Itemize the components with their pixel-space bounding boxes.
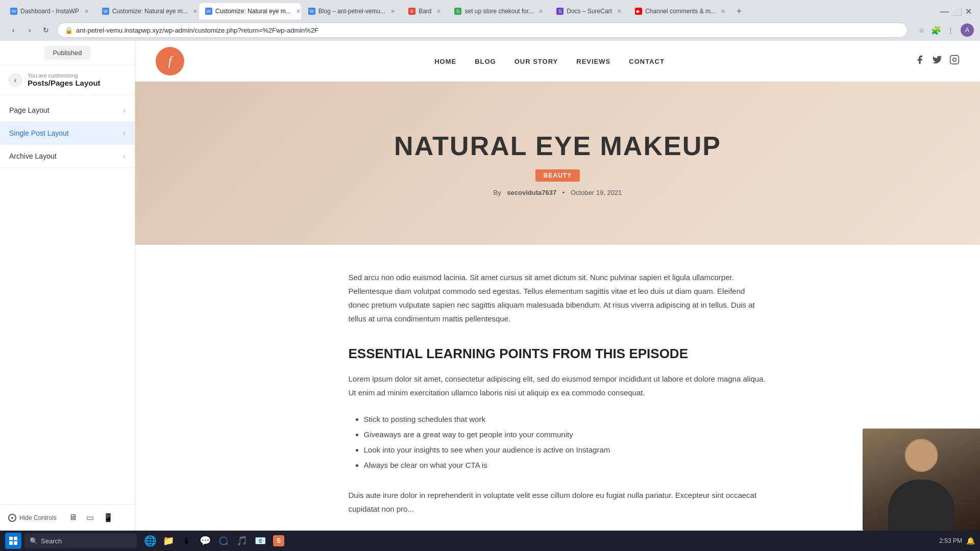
extensions-icon[interactable]: 🧩: [930, 24, 942, 36]
facebook-icon[interactable]: [915, 55, 925, 67]
search-icon: 🔍: [30, 537, 38, 545]
tab-close-icon[interactable]: ✕: [538, 8, 543, 15]
hero-badge: BEAUTY: [535, 169, 580, 182]
tab-youtube[interactable]: ▶ Channel comments & m... ✕: [629, 3, 731, 19]
hide-icon: ●: [8, 514, 16, 522]
nav-item-blog[interactable]: BLOG: [475, 57, 496, 66]
profile-avatar[interactable]: A: [961, 23, 974, 37]
main-layout: Published ‹ You are customizing Posts/Pa…: [0, 41, 980, 531]
taskbar-app-edge[interactable]: [215, 533, 232, 549]
post-section-text: Lorem ipsum dolor sit amet, consectetur …: [349, 372, 767, 399]
chevron-right-icon: ›: [123, 129, 126, 137]
tab-close-icon[interactable]: ✕: [296, 8, 301, 15]
bookmark-icon[interactable]: ☆: [916, 24, 928, 36]
post-bullet-list: Stick to posting schedules that work Giv…: [349, 412, 767, 473]
tab-close-icon[interactable]: ✕: [390, 8, 395, 15]
tab-checkout[interactable]: G set up store chekout for... ✕: [448, 3, 549, 19]
video-overlay: [863, 429, 980, 531]
taskbar-app-surefire[interactable]: S: [271, 533, 287, 549]
nav-item-our-story[interactable]: OUR STORY: [514, 57, 558, 66]
wordpress-customizer-sidebar: Published ‹ You are customizing Posts/Pa…: [0, 41, 135, 531]
svg-rect-0: [950, 56, 959, 64]
hero-section: NATURAL EYE MAKEUP BEAUTY By secoviduta7…: [135, 82, 980, 245]
taskbar-app-email[interactable]: 📧: [252, 533, 268, 549]
sidebar-back-button[interactable]: ‹: [8, 73, 22, 87]
site-logo: f: [156, 47, 184, 76]
taskbar-search-bar[interactable]: 🔍 Search: [24, 533, 137, 548]
taskbar: 🔍 Search 🌐 📁 🌡 💬 🎵 📧 S 2:53 PM 🔔: [0, 531, 980, 551]
tablet-view-button[interactable]: ▭: [84, 511, 96, 524]
taskbar-right: 2:53 PM 🔔: [939, 537, 975, 545]
forward-button[interactable]: ›: [22, 23, 37, 37]
social-icons: [915, 55, 960, 67]
desktop-view-button[interactable]: 🖥: [67, 511, 79, 524]
browser-chrome: W Dashboard - InstaWP ✕ W Customize: Nat…: [0, 0, 980, 41]
hide-controls-button[interactable]: ● Hide Controls: [8, 514, 57, 522]
new-tab-button[interactable]: +: [732, 4, 746, 18]
tab-surecart[interactable]: S Docs – SureCart ✕: [550, 3, 628, 19]
browser-actions: ☆ 🧩 ⋮: [916, 24, 957, 36]
settings-icon[interactable]: ⋮: [944, 24, 957, 36]
minimize-button[interactable]: —: [940, 6, 949, 17]
back-button[interactable]: ‹: [6, 23, 20, 37]
maximize-button[interactable]: ⬜: [952, 7, 962, 16]
close-button[interactable]: ✕: [965, 7, 972, 16]
search-label: Search: [41, 537, 62, 545]
sidebar-top-bar: Published: [0, 41, 135, 65]
sidebar-title-group: You are customizing Posts/Pages Layout: [28, 72, 101, 87]
sidebar-item-archive-layout[interactable]: Archive Layout ›: [0, 145, 135, 168]
taskbar-time: 2:53 PM: [939, 537, 962, 544]
url-bar[interactable]: 🔒 ant-petrel-vemu.instapwp.xyz/wp-admin/…: [57, 22, 908, 38]
list-item: Always be clear on what your CTA is: [364, 458, 767, 473]
mobile-view-button[interactable]: 📱: [101, 511, 115, 524]
video-person: [863, 429, 980, 531]
taskbar-apps: 🌐 📁 🌡 💬 🎵 📧 S: [142, 533, 287, 549]
tab-blog[interactable]: W Blog – ant-petrel-vemu... ✕: [302, 3, 401, 19]
nav-item-home[interactable]: HOME: [434, 57, 456, 66]
list-item: Stick to posting schedules that work: [364, 412, 767, 427]
list-item: Giveaways are a great way to get people …: [364, 427, 767, 442]
view-icons: 🖥 ▭ 📱: [67, 511, 115, 524]
taskbar-app-music[interactable]: 🎵: [234, 533, 250, 549]
hero-content: NATURAL EYE MAKEUP BEAUTY By secoviduta7…: [394, 131, 721, 196]
sidebar-breadcrumb: You are customizing: [28, 72, 101, 79]
svg-rect-2: [9, 537, 13, 540]
taskbar-app-chat[interactable]: 💬: [197, 533, 213, 549]
instagram-icon[interactable]: [949, 55, 960, 67]
address-bar: ‹ › ↻ 🔒 ant-petrel-vemu.instapwp.xyz/wp-…: [0, 19, 980, 41]
sidebar-menu: Page Layout › Single Post Layout › Archi…: [0, 95, 135, 504]
tab-bar: W Dashboard - InstaWP ✕ W Customize: Nat…: [0, 0, 980, 19]
sidebar-item-page-layout[interactable]: Page Layout ›: [0, 99, 135, 122]
site-header: f HOME BLOG OUR STORY REVIEWS CONTACT: [135, 41, 980, 82]
nav-buttons: ‹ › ↻: [6, 23, 53, 37]
hero-meta: By secoviduta7637 • October 19, 2021: [394, 189, 721, 196]
tab-close-icon[interactable]: ✕: [436, 8, 441, 15]
sidebar-item-single-post-layout[interactable]: Single Post Layout ›: [0, 122, 135, 145]
tab-close-icon[interactable]: ✕: [84, 8, 89, 15]
notification-icon[interactable]: 🔔: [966, 537, 975, 545]
taskbar-app-chrome[interactable]: 🌐: [142, 533, 158, 549]
svg-rect-5: [14, 541, 17, 545]
tab-bard[interactable]: B Bard ✕: [402, 3, 447, 19]
tab-close-icon[interactable]: ✕: [193, 8, 198, 15]
tab-close-icon[interactable]: ✕: [721, 8, 725, 15]
taskbar-app-explorer[interactable]: 📁: [160, 533, 177, 549]
nav-item-reviews[interactable]: REVIEWS: [576, 57, 610, 66]
post-intro: Sed arcu non odio euismod lacinia. Sit a…: [349, 270, 767, 325]
post-content: Sed arcu non odio euismod lacinia. Sit a…: [328, 245, 788, 531]
tab-close-icon[interactable]: ✕: [617, 8, 622, 15]
tab-dashboard[interactable]: W Dashboard - InstaWP ✕: [4, 3, 95, 19]
sidebar-section-title: Posts/Pages Layout: [28, 79, 101, 87]
tab-customize1[interactable]: W Customize: Natural eye m... ✕: [96, 3, 198, 19]
tab-customize2-active[interactable]: W Customize: Natural eye m... ✕: [199, 3, 301, 19]
site-nav-list: HOME BLOG OUR STORY REVIEWS CONTACT: [434, 57, 665, 66]
start-button[interactable]: [5, 533, 21, 549]
twitter-icon[interactable]: [932, 55, 942, 67]
published-button[interactable]: Published: [44, 46, 90, 60]
site-navigation: HOME BLOG OUR STORY REVIEWS CONTACT: [434, 57, 665, 66]
sidebar-footer: ● Hide Controls 🖥 ▭ 📱: [0, 504, 135, 531]
hero-title: NATURAL EYE MAKEUP: [394, 131, 721, 161]
reload-button[interactable]: ↻: [39, 23, 53, 37]
nav-item-contact[interactable]: CONTACT: [629, 57, 665, 66]
taskbar-app-weather[interactable]: 🌡: [179, 533, 195, 549]
